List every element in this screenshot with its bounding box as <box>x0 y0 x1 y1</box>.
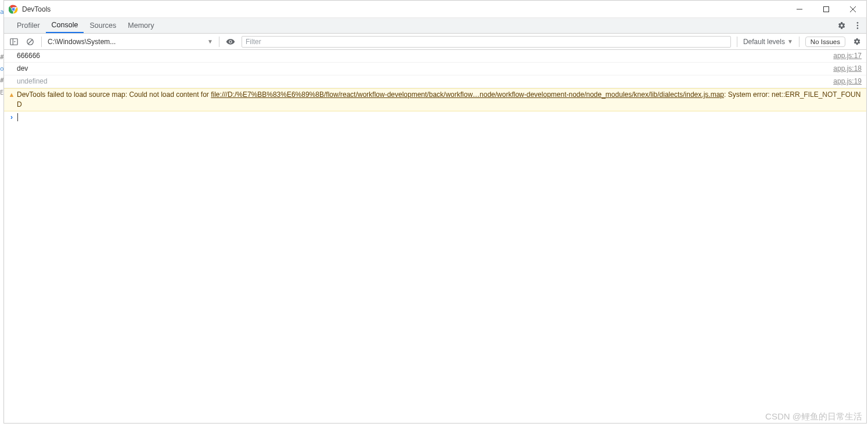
titlebar: DevTools <box>4 1 866 18</box>
text-cursor <box>17 113 18 121</box>
tab-profiler[interactable]: Profiler <box>11 18 46 33</box>
kebab-icon[interactable] <box>852 20 863 31</box>
issues-button[interactable]: No Issues <box>805 37 845 47</box>
source-link[interactable]: app.js:18 <box>827 64 862 74</box>
filter-input[interactable] <box>242 36 731 48</box>
svg-rect-3 <box>824 6 829 12</box>
context-selector[interactable]: C:\Windows\System... ▼ <box>48 38 213 46</box>
levels-label: Default levels <box>743 38 785 46</box>
console-row[interactable]: undefined app.js:19 <box>4 75 866 88</box>
minimize-button[interactable] <box>786 1 813 18</box>
warning-icon: ▲ <box>6 90 17 100</box>
chevron-down-icon: ▼ <box>207 38 213 45</box>
svg-rect-7 <box>10 38 17 45</box>
svg-point-2 <box>12 8 15 10</box>
console-output: 666666 app.js:17 dev app.js:18 undefined… <box>4 50 866 423</box>
sourcemap-url-link[interactable]: file:///D:/%E7%BB%83%E6%89%8B/flow/react… <box>211 91 724 99</box>
log-message: 666666 <box>17 51 827 61</box>
console-row-warning[interactable]: ▲ DevTools failed to load source map: Co… <box>4 88 866 111</box>
eye-icon[interactable] <box>225 37 236 47</box>
context-label: C:\Windows\System... <box>48 38 204 46</box>
svg-point-4 <box>857 22 859 24</box>
prompt-caret-icon: › <box>6 113 17 121</box>
chevron-down-icon: ▼ <box>787 38 793 45</box>
close-button[interactable] <box>840 1 866 18</box>
console-prompt[interactable]: › <box>4 111 866 123</box>
tab-sources[interactable]: Sources <box>84 18 122 33</box>
svg-point-5 <box>857 25 859 27</box>
separator <box>737 37 737 47</box>
tab-console[interactable]: Console <box>46 18 84 33</box>
window-title: DevTools <box>22 5 786 13</box>
watermark: CSDN @鲤鱼的日常生活 <box>765 411 862 422</box>
toggle-sidebar-icon[interactable] <box>9 37 19 47</box>
svg-point-6 <box>857 27 859 29</box>
log-levels-selector[interactable]: Default levels ▼ <box>743 38 793 46</box>
gear-icon[interactable] <box>836 20 847 31</box>
console-row[interactable]: 666666 app.js:17 <box>4 50 866 63</box>
chrome-icon <box>9 5 18 14</box>
maximize-button[interactable] <box>813 1 840 18</box>
console-row[interactable]: dev app.js:18 <box>4 63 866 75</box>
tab-memory[interactable]: Memory <box>122 18 160 33</box>
log-message: undefined <box>17 77 827 86</box>
separator <box>41 37 42 47</box>
separator <box>219 37 219 47</box>
separator <box>799 37 799 47</box>
panel-tabs: Profiler Console Sources Memory <box>4 18 866 34</box>
log-message: dev <box>17 64 827 74</box>
source-link[interactable]: app.js:17 <box>827 51 862 61</box>
console-toolbar: C:\Windows\System... ▼ Default levels ▼ … <box>4 34 866 50</box>
clear-console-icon[interactable] <box>25 37 35 47</box>
devtools-window: DevTools Profiler Console Sources Memory <box>3 0 867 424</box>
source-link[interactable]: app.js:19 <box>827 77 862 86</box>
gear-icon[interactable] <box>851 37 862 47</box>
warning-message: DevTools failed to load source map: Coul… <box>17 90 862 110</box>
